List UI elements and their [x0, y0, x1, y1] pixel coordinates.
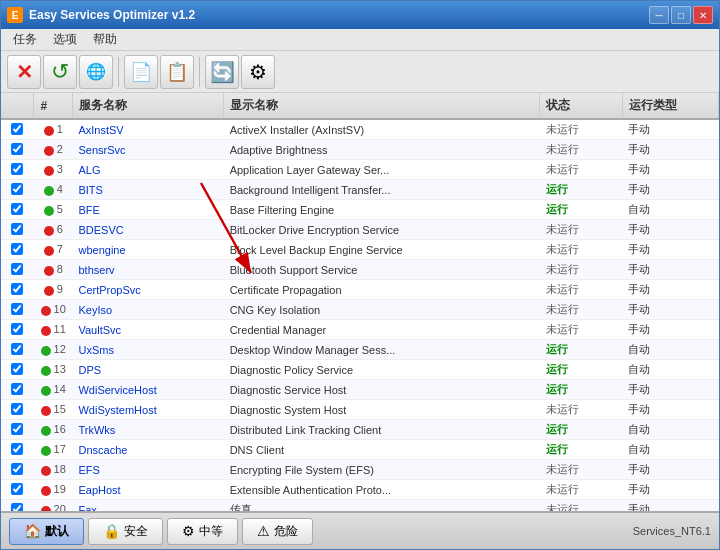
table-row[interactable]: 17 Dnscache DNS Client 运行 自动	[1, 440, 719, 460]
table-row[interactable]: 1 AxInstSV ActiveX Installer (AxInstSV) …	[1, 119, 719, 140]
back-button[interactable]: ✕	[7, 55, 41, 89]
service-type: 手动	[622, 400, 718, 420]
service-name: UxSms	[72, 340, 223, 360]
status-dot	[41, 306, 51, 316]
status-dot	[44, 146, 54, 156]
row-number: 17	[34, 440, 72, 460]
row-checkbox[interactable]	[1, 340, 34, 360]
service-type: 自动	[622, 200, 718, 220]
default-tab-icon: 🏠	[24, 523, 41, 539]
export-button[interactable]: 📄	[124, 55, 158, 89]
col-display-name: 显示名称	[224, 93, 540, 119]
table-row[interactable]: 13 DPS Diagnostic Policy Service 运行 自动	[1, 360, 719, 380]
row-checkbox[interactable]	[1, 300, 34, 320]
row-checkbox[interactable]	[1, 280, 34, 300]
menu-help[interactable]: 帮助	[85, 29, 125, 50]
table-row[interactable]: 15 WdiSystemHost Diagnostic System Host …	[1, 400, 719, 420]
close-button[interactable]: ✕	[693, 6, 713, 24]
service-type: 自动	[622, 360, 718, 380]
table-row[interactable]: 4 BITS Background Intelligent Transfer..…	[1, 180, 719, 200]
service-type: 自动	[622, 420, 718, 440]
service-name: BDESVC	[72, 220, 223, 240]
menu-task[interactable]: 任务	[5, 29, 45, 50]
row-number: 6	[34, 220, 72, 240]
service-name: WdiSystemHost	[72, 400, 223, 420]
row-number: 15	[34, 400, 72, 420]
service-name: bthserv	[72, 260, 223, 280]
table-row[interactable]: 16 TrkWks Distributed Link Tracking Clie…	[1, 420, 719, 440]
table-row[interactable]: 12 UxSms Desktop Window Manager Sess... …	[1, 340, 719, 360]
menu-bar: 任务 选项 帮助	[1, 29, 719, 51]
service-type: 手动	[622, 500, 718, 512]
service-name: DPS	[72, 360, 223, 380]
row-checkbox[interactable]	[1, 320, 34, 340]
refresh-button[interactable]: ↺	[43, 55, 77, 89]
minimize-button[interactable]: ─	[649, 6, 669, 24]
tab-medium[interactable]: ⚙ 中等	[167, 518, 238, 545]
row-checkbox[interactable]	[1, 360, 34, 380]
row-checkbox[interactable]	[1, 260, 34, 280]
table-row[interactable]: 2 SensrSvc Adaptive Brightness 未运行 手动	[1, 140, 719, 160]
main-window: E Easy Services Optimizer v1.2 ─ □ ✕ 任务 …	[0, 0, 720, 550]
table-row[interactable]: 7 wbengine Block Level Backup Engine Ser…	[1, 240, 719, 260]
table-row[interactable]: 9 CertPropSvc Certificate Propagation 未运…	[1, 280, 719, 300]
table-row[interactable]: 8 bthserv Bluetooth Support Service 未运行 …	[1, 260, 719, 280]
row-checkbox[interactable]	[1, 180, 34, 200]
row-checkbox[interactable]	[1, 480, 34, 500]
table-row[interactable]: 19 EapHost Extensible Authentication Pro…	[1, 480, 719, 500]
row-checkbox[interactable]	[1, 400, 34, 420]
status-dot	[44, 286, 54, 296]
status-dot	[44, 166, 54, 176]
service-type: 自动	[622, 340, 718, 360]
row-checkbox[interactable]	[1, 119, 34, 140]
table-row[interactable]: 10 KeyIso CNG Key Isolation 未运行 手动	[1, 300, 719, 320]
maximize-button[interactable]: □	[671, 6, 691, 24]
service-type: 手动	[622, 160, 718, 180]
service-status: 未运行	[540, 260, 622, 280]
row-checkbox[interactable]	[1, 140, 34, 160]
service-status: 未运行	[540, 220, 622, 240]
row-checkbox[interactable]	[1, 500, 34, 512]
table-row[interactable]: 5 BFE Base Filtering Engine 运行 自动	[1, 200, 719, 220]
row-number: 16	[34, 420, 72, 440]
service-type: 手动	[622, 380, 718, 400]
service-status: 未运行	[540, 140, 622, 160]
row-checkbox[interactable]	[1, 420, 34, 440]
status-label: Services_NT6.1	[633, 525, 711, 537]
danger-tab-icon: ⚠	[257, 523, 270, 539]
medium-tab-icon: ⚙	[182, 523, 195, 539]
tab-default[interactable]: 🏠 默认	[9, 518, 84, 545]
row-number: 3	[34, 160, 72, 180]
app-icon: E	[7, 7, 23, 23]
status-dot	[41, 406, 51, 416]
row-number: 11	[34, 320, 72, 340]
import-button[interactable]: 📋	[160, 55, 194, 89]
row-checkbox[interactable]	[1, 460, 34, 480]
service-name: VaultSvc	[72, 320, 223, 340]
table-body: 1 AxInstSV ActiveX Installer (AxInstSV) …	[1, 119, 719, 511]
row-checkbox[interactable]	[1, 240, 34, 260]
sync-button[interactable]: 🔄	[205, 55, 239, 89]
main-content: # 服务名称 显示名称 状态 运行类型 1 AxInstSV ActiveX I…	[1, 93, 719, 511]
status-dot	[44, 266, 54, 276]
service-status: 运行	[540, 340, 622, 360]
tab-safe[interactable]: 🔒 安全	[88, 518, 163, 545]
row-checkbox[interactable]	[1, 160, 34, 180]
table-row[interactable]: 3 ALG Application Layer Gateway Ser... 未…	[1, 160, 719, 180]
services-table-container[interactable]: # 服务名称 显示名称 状态 运行类型 1 AxInstSV ActiveX I…	[1, 93, 719, 511]
tab-danger[interactable]: ⚠ 危险	[242, 518, 313, 545]
service-name: AxInstSV	[72, 119, 223, 140]
table-row[interactable]: 20 Fax 传真 未运行 手动	[1, 500, 719, 512]
table-row[interactable]: 14 WdiServiceHost Diagnostic Service Hos…	[1, 380, 719, 400]
settings-button[interactable]: ⚙	[241, 55, 275, 89]
row-checkbox[interactable]	[1, 220, 34, 240]
table-row[interactable]: 6 BDESVC BitLocker Drive Encryption Serv…	[1, 220, 719, 240]
row-checkbox[interactable]	[1, 200, 34, 220]
row-checkbox[interactable]	[1, 380, 34, 400]
row-checkbox[interactable]	[1, 440, 34, 460]
table-row[interactable]: 11 VaultSvc Credential Manager 未运行 手动	[1, 320, 719, 340]
logo-button[interactable]: 🌐	[79, 55, 113, 89]
menu-options[interactable]: 选项	[45, 29, 85, 50]
table-row[interactable]: 18 EFS Encrypting File System (EFS) 未运行 …	[1, 460, 719, 480]
display-name: Bluetooth Support Service	[224, 260, 540, 280]
